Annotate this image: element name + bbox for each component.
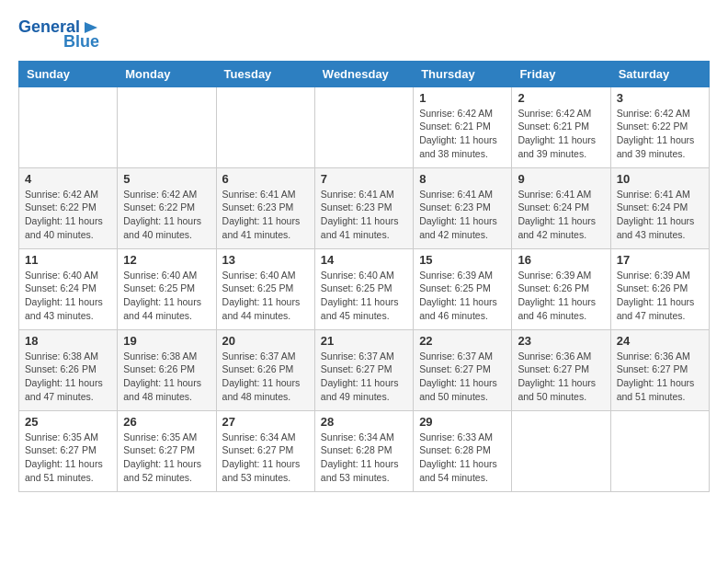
calendar-week-row: 18Sunrise: 6:38 AM Sunset: 6:26 PM Dayli…: [19, 329, 710, 410]
calendar-cell: 26Sunrise: 6:35 AM Sunset: 6:27 PM Dayli…: [118, 410, 216, 491]
day-number: 6: [222, 172, 309, 186]
weekday-header: Saturday: [610, 61, 709, 86]
day-number: 23: [518, 334, 604, 348]
calendar-week-row: 1Sunrise: 6:42 AM Sunset: 6:21 PM Daylig…: [19, 86, 710, 167]
day-info: Sunrise: 6:42 AM Sunset: 6:21 PM Dayligh…: [518, 107, 604, 161]
day-number: 9: [518, 172, 604, 186]
calendar-cell: 27Sunrise: 6:34 AM Sunset: 6:27 PM Dayli…: [216, 410, 314, 491]
calendar-week-row: 11Sunrise: 6:40 AM Sunset: 6:24 PM Dayli…: [19, 248, 710, 329]
day-number: 16: [518, 253, 604, 267]
calendar-cell: 9Sunrise: 6:41 AM Sunset: 6:24 PM Daylig…: [512, 167, 610, 248]
day-number: 5: [123, 172, 210, 186]
page-header: General Blue: [18, 18, 710, 52]
day-number: 15: [419, 253, 506, 267]
day-info: Sunrise: 6:40 AM Sunset: 6:25 PM Dayligh…: [222, 269, 309, 323]
calendar-cell: 2Sunrise: 6:42 AM Sunset: 6:21 PM Daylig…: [512, 86, 610, 167]
day-number: 18: [25, 334, 111, 348]
day-info: Sunrise: 6:35 AM Sunset: 6:27 PM Dayligh…: [25, 431, 111, 485]
calendar-cell: [19, 86, 118, 167]
day-info: Sunrise: 6:39 AM Sunset: 6:25 PM Dayligh…: [419, 269, 506, 323]
calendar-week-row: 25Sunrise: 6:35 AM Sunset: 6:27 PM Dayli…: [19, 410, 710, 491]
day-number: 7: [321, 172, 407, 186]
day-info: Sunrise: 6:41 AM Sunset: 6:23 PM Dayligh…: [419, 188, 506, 242]
day-info: Sunrise: 6:36 AM Sunset: 6:27 PM Dayligh…: [518, 350, 604, 404]
day-number: 19: [123, 334, 210, 348]
weekday-header: Tuesday: [216, 61, 314, 86]
weekday-header: Monday: [118, 61, 216, 86]
day-info: Sunrise: 6:37 AM Sunset: 6:27 PM Dayligh…: [419, 350, 506, 404]
calendar-cell: [512, 410, 610, 491]
day-number: 24: [617, 334, 703, 348]
day-number: 1: [419, 91, 506, 105]
day-number: 2: [518, 91, 604, 105]
calendar-cell: 10Sunrise: 6:41 AM Sunset: 6:24 PM Dayli…: [610, 167, 709, 248]
day-number: 25: [25, 415, 111, 429]
day-number: 29: [419, 415, 506, 429]
calendar-cell: 29Sunrise: 6:33 AM Sunset: 6:28 PM Dayli…: [414, 410, 512, 491]
day-number: 10: [617, 172, 703, 186]
calendar-week-row: 4Sunrise: 6:42 AM Sunset: 6:22 PM Daylig…: [19, 167, 710, 248]
weekday-header: Friday: [512, 61, 610, 86]
day-number: 12: [123, 253, 210, 267]
calendar-cell: 23Sunrise: 6:36 AM Sunset: 6:27 PM Dayli…: [512, 329, 610, 410]
day-number: 22: [419, 334, 506, 348]
day-info: Sunrise: 6:42 AM Sunset: 6:22 PM Dayligh…: [617, 107, 703, 161]
calendar-cell: 13Sunrise: 6:40 AM Sunset: 6:25 PM Dayli…: [216, 248, 314, 329]
day-info: Sunrise: 6:41 AM Sunset: 6:24 PM Dayligh…: [617, 188, 703, 242]
calendar-cell: 15Sunrise: 6:39 AM Sunset: 6:25 PM Dayli…: [414, 248, 512, 329]
calendar-cell: 12Sunrise: 6:40 AM Sunset: 6:25 PM Dayli…: [118, 248, 216, 329]
day-info: Sunrise: 6:38 AM Sunset: 6:26 PM Dayligh…: [25, 350, 111, 404]
day-number: 27: [222, 415, 309, 429]
day-info: Sunrise: 6:39 AM Sunset: 6:26 PM Dayligh…: [617, 269, 703, 323]
calendar-cell: 8Sunrise: 6:41 AM Sunset: 6:23 PM Daylig…: [414, 167, 512, 248]
day-info: Sunrise: 6:38 AM Sunset: 6:26 PM Dayligh…: [123, 350, 210, 404]
day-number: 14: [321, 253, 407, 267]
day-number: 28: [321, 415, 407, 429]
day-info: Sunrise: 6:36 AM Sunset: 6:27 PM Dayligh…: [617, 350, 703, 404]
calendar-cell: 7Sunrise: 6:41 AM Sunset: 6:23 PM Daylig…: [314, 167, 413, 248]
calendar-table: SundayMondayTuesdayWednesdayThursdayFrid…: [18, 61, 710, 492]
logo: General Blue: [18, 18, 99, 52]
day-number: 17: [617, 253, 703, 267]
day-info: Sunrise: 6:40 AM Sunset: 6:25 PM Dayligh…: [321, 269, 407, 323]
day-number: 20: [222, 334, 309, 348]
day-number: 8: [419, 172, 506, 186]
day-info: Sunrise: 6:41 AM Sunset: 6:24 PM Dayligh…: [518, 188, 604, 242]
calendar-cell: 1Sunrise: 6:42 AM Sunset: 6:21 PM Daylig…: [414, 86, 512, 167]
calendar-cell: 11Sunrise: 6:40 AM Sunset: 6:24 PM Dayli…: [19, 248, 118, 329]
day-info: Sunrise: 6:39 AM Sunset: 6:26 PM Dayligh…: [518, 269, 604, 323]
calendar-cell: 21Sunrise: 6:37 AM Sunset: 6:27 PM Dayli…: [314, 329, 413, 410]
day-info: Sunrise: 6:34 AM Sunset: 6:27 PM Dayligh…: [222, 431, 309, 485]
calendar-cell: 18Sunrise: 6:38 AM Sunset: 6:26 PM Dayli…: [19, 329, 118, 410]
calendar-cell: 19Sunrise: 6:38 AM Sunset: 6:26 PM Dayli…: [118, 329, 216, 410]
weekday-header: Wednesday: [314, 61, 413, 86]
calendar-cell: 20Sunrise: 6:37 AM Sunset: 6:26 PM Dayli…: [216, 329, 314, 410]
calendar-cell: 14Sunrise: 6:40 AM Sunset: 6:25 PM Dayli…: [314, 248, 413, 329]
calendar-cell: 16Sunrise: 6:39 AM Sunset: 6:26 PM Dayli…: [512, 248, 610, 329]
day-info: Sunrise: 6:42 AM Sunset: 6:22 PM Dayligh…: [25, 188, 111, 242]
calendar-cell: 4Sunrise: 6:42 AM Sunset: 6:22 PM Daylig…: [19, 167, 118, 248]
calendar-cell: 6Sunrise: 6:41 AM Sunset: 6:23 PM Daylig…: [216, 167, 314, 248]
calendar-cell: [118, 86, 216, 167]
calendar-cell: 25Sunrise: 6:35 AM Sunset: 6:27 PM Dayli…: [19, 410, 118, 491]
weekday-header: Sunday: [19, 61, 118, 86]
calendar-cell: 3Sunrise: 6:42 AM Sunset: 6:22 PM Daylig…: [610, 86, 709, 167]
calendar-cell: [216, 86, 314, 167]
logo-blue-text: Blue: [63, 33, 99, 52]
calendar-cell: 22Sunrise: 6:37 AM Sunset: 6:27 PM Dayli…: [414, 329, 512, 410]
calendar-cell: 5Sunrise: 6:42 AM Sunset: 6:22 PM Daylig…: [118, 167, 216, 248]
calendar-cell: 28Sunrise: 6:34 AM Sunset: 6:28 PM Dayli…: [314, 410, 413, 491]
day-info: Sunrise: 6:35 AM Sunset: 6:27 PM Dayligh…: [123, 431, 210, 485]
calendar-cell: [314, 86, 413, 167]
calendar-cell: 24Sunrise: 6:36 AM Sunset: 6:27 PM Dayli…: [610, 329, 709, 410]
day-number: 13: [222, 253, 309, 267]
day-info: Sunrise: 6:33 AM Sunset: 6:28 PM Dayligh…: [419, 431, 506, 485]
day-number: 26: [123, 415, 210, 429]
day-info: Sunrise: 6:40 AM Sunset: 6:24 PM Dayligh…: [25, 269, 111, 323]
day-info: Sunrise: 6:37 AM Sunset: 6:26 PM Dayligh…: [222, 350, 309, 404]
calendar-cell: [610, 410, 709, 491]
weekday-header: Thursday: [414, 61, 512, 86]
day-number: 3: [617, 91, 703, 105]
calendar-cell: 17Sunrise: 6:39 AM Sunset: 6:26 PM Dayli…: [610, 248, 709, 329]
day-info: Sunrise: 6:42 AM Sunset: 6:21 PM Dayligh…: [419, 107, 506, 161]
